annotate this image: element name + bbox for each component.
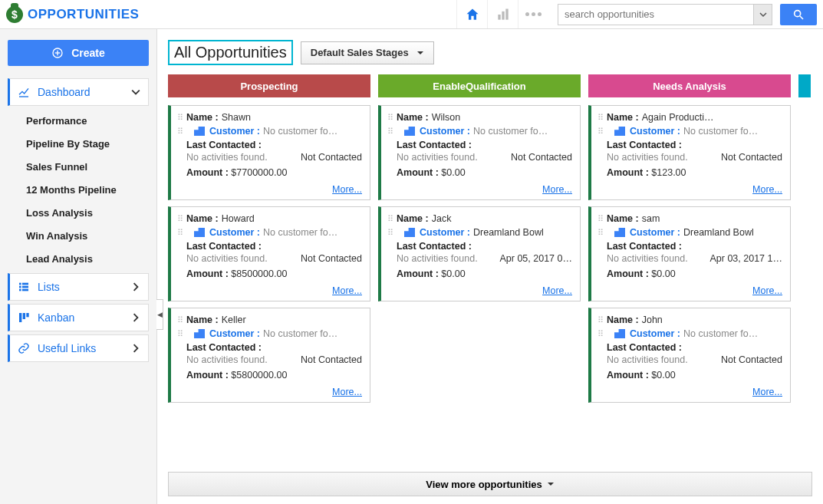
- customer-label: Customer :: [630, 328, 680, 339]
- last-contacted-label: Last Contacted :: [607, 140, 682, 150]
- nav-dashboard[interactable]: Dashboard: [8, 78, 149, 106]
- opportunity-card[interactable]: ⠿ Name : John ⠿ Customer : No customer f…: [588, 308, 791, 403]
- svg-line-4: [800, 16, 803, 19]
- name-label: Name :: [397, 112, 429, 123]
- kanban-board-scroll[interactable]: Prospecting ⠿ Name : Shawn ⠿ Customer : …: [168, 74, 812, 467]
- column-body: ⠿ Name : Again Producti… ⠿ Customer : No…: [588, 97, 791, 403]
- search-options-button[interactable]: [753, 5, 772, 25]
- opportunity-card[interactable]: ⠿ Name : Jack ⠿ Customer : Dreamland Bow…: [378, 206, 581, 301]
- drag-handle-icon[interactable]: ⠿: [596, 317, 604, 323]
- drag-handle-icon[interactable]: ⠿: [596, 114, 604, 120]
- building-icon: [194, 127, 205, 136]
- stage-dropdown[interactable]: Default Sales Stages: [301, 41, 434, 64]
- more-link[interactable]: More...: [596, 387, 782, 397]
- amount-label: Amount :: [186, 268, 229, 279]
- opportunity-card[interactable]: ⠿ Name : Keller ⠿ Customer : No customer…: [168, 308, 370, 403]
- more-button[interactable]: [518, 0, 548, 28]
- more-link[interactable]: More...: [176, 285, 362, 296]
- sidebar-item-label: Lead Analysis: [26, 253, 93, 265]
- drag-handle-icon[interactable]: ⠿: [596, 216, 604, 222]
- top-actions: [456, 0, 817, 28]
- card-name: John: [642, 315, 663, 325]
- more-link[interactable]: More...: [596, 184, 782, 195]
- customer-label: Customer :: [630, 227, 680, 238]
- nav-pipeline-stage[interactable]: Pipeline By Stage: [8, 132, 149, 155]
- kanban-icon: [18, 311, 30, 324]
- drag-handle-icon[interactable]: ⠿: [176, 128, 183, 134]
- nav-dashboard-label: Dashboard: [38, 86, 91, 98]
- card-activities: No activities found.: [186, 152, 296, 163]
- nav-sales-funnel[interactable]: Sales Funnel: [8, 155, 149, 178]
- drag-handle-icon[interactable]: ⠿: [596, 331, 604, 337]
- card-name: sam: [642, 213, 660, 224]
- more-link[interactable]: More...: [596, 285, 782, 296]
- line-chart-icon: [18, 86, 30, 98]
- collapse-sidebar-button[interactable]: ◀: [156, 299, 163, 330]
- search-icon: [792, 8, 805, 21]
- nav-win-analysis[interactable]: Win Analysis: [8, 224, 149, 247]
- nav-kanban[interactable]: Kanban: [8, 304, 149, 331]
- column-body: ⠿ Name : Wilson ⠿ Customer : No customer…: [378, 97, 581, 301]
- nav-loss-analysis[interactable]: Loss Analysis: [8, 201, 149, 224]
- drag-handle-icon[interactable]: ⠿: [176, 114, 183, 120]
- drag-handle-icon[interactable]: ⠿: [176, 331, 183, 337]
- amount-label: Amount :: [607, 370, 649, 380]
- nav-performance[interactable]: Performance: [8, 109, 149, 132]
- more-link[interactable]: More...: [386, 285, 572, 296]
- create-button[interactable]: Create: [8, 40, 149, 66]
- opportunity-card[interactable]: ⠿ Name : Wilson ⠿ Customer : No customer…: [378, 105, 581, 200]
- card-customer: Dreamland Bowl: [473, 227, 544, 238]
- card-amount: $0.00: [651, 370, 675, 380]
- svg-rect-8: [19, 283, 21, 285]
- nav-kanban-label: Kanban: [38, 311, 74, 324]
- home-icon: [465, 7, 480, 22]
- drag-handle-icon[interactable]: ⠿: [386, 216, 393, 222]
- drag-handle-icon[interactable]: ⠿: [386, 114, 393, 120]
- card-contact: Not Contacted: [301, 253, 362, 264]
- nav-lead-analysis[interactable]: Lead Analysis: [8, 247, 149, 270]
- card-amount: $0.00: [441, 167, 465, 178]
- sidebar-item-label: Performance: [26, 115, 87, 127]
- customer-label: Customer :: [420, 126, 470, 137]
- card-activities: No activities found.: [607, 253, 705, 264]
- drag-handle-icon[interactable]: ⠿: [176, 229, 183, 236]
- opportunity-card[interactable]: ⠿ Name : Again Producti… ⠿ Customer : No…: [588, 105, 791, 200]
- card-activities: No activities found.: [397, 253, 495, 264]
- search-input[interactable]: [558, 5, 753, 25]
- card-customer: No customer fo…: [263, 126, 337, 137]
- card-name: Howard: [222, 213, 255, 224]
- customer-label: Customer :: [209, 328, 260, 339]
- opportunity-card[interactable]: ⠿ Name : Howard ⠿ Customer : No customer…: [168, 206, 370, 301]
- more-link[interactable]: More...: [176, 184, 362, 195]
- column-header: [798, 74, 811, 97]
- drag-handle-icon[interactable]: ⠿: [176, 317, 183, 323]
- content-header: All Opportunities Default Sales Stages: [168, 40, 812, 65]
- logo: OPPORTUNITIES: [6, 6, 139, 23]
- name-label: Name :: [397, 213, 429, 224]
- home-button[interactable]: [456, 0, 487, 28]
- card-contact: Not Contacted: [301, 152, 362, 163]
- more-link[interactable]: More...: [176, 387, 362, 397]
- content: All Opportunities Default Sales Stages P…: [157, 29, 823, 504]
- view-more-button[interactable]: View more opportunities: [168, 472, 812, 496]
- drag-handle-icon[interactable]: ⠿: [386, 128, 393, 134]
- drag-handle-icon[interactable]: ⠿: [596, 128, 604, 134]
- name-label: Name :: [186, 213, 219, 224]
- kanban-board-inner[interactable]: Prospecting ⠿ Name : Shawn ⠿ Customer : …: [168, 74, 812, 441]
- search-button[interactable]: [780, 4, 817, 25]
- drag-handle-icon[interactable]: ⠿: [176, 216, 183, 222]
- nav-useful-links[interactable]: Useful Links: [8, 334, 149, 362]
- nav-lists[interactable]: Lists: [8, 273, 149, 301]
- drag-handle-icon[interactable]: ⠿: [596, 229, 604, 236]
- drag-handle-icon[interactable]: ⠿: [386, 229, 393, 236]
- opportunity-card[interactable]: ⠿ Name : sam ⠿ Customer : Dreamland Bowl…: [588, 206, 791, 301]
- card-amount: $5800000.00: [231, 370, 287, 380]
- building-icon: [194, 228, 205, 237]
- nav-12-months[interactable]: 12 Months Pipeline: [8, 178, 149, 201]
- amount-label: Amount :: [607, 268, 649, 279]
- name-label: Name :: [607, 315, 639, 325]
- more-link[interactable]: More...: [386, 184, 572, 195]
- opportunity-card[interactable]: ⠿ Name : Shawn ⠿ Customer : No customer …: [168, 105, 370, 200]
- chart-button[interactable]: [487, 0, 518, 28]
- building-icon: [614, 228, 625, 237]
